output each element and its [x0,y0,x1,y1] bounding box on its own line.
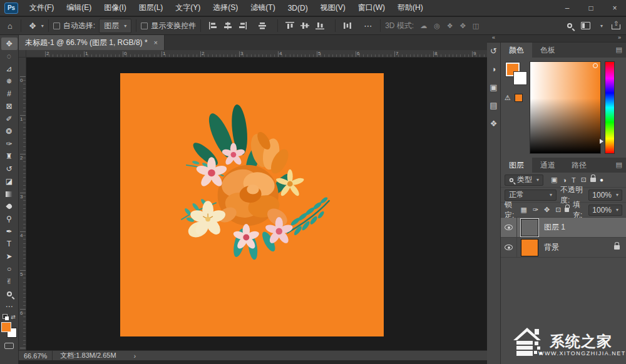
filter-toggle-icon[interactable]: ● [600,176,603,183]
clone-stamp-tool[interactable]: ♜ [1,150,18,163]
layer-name[interactable]: 图层 1 [544,222,565,233]
move-tool[interactable]: ✥ [1,38,18,50]
align-left-icon[interactable] [208,22,217,29]
3d-pan-icon[interactable]: ❖ [447,22,453,30]
menu-item[interactable]: 帮助(H) [391,0,429,16]
panel-menu-icon[interactable]: ▤ [616,161,622,169]
canvas-document[interactable] [120,73,384,336]
align-right-icon[interactable] [239,22,247,29]
color-picker-ring[interactable] [593,63,598,68]
distribute-h-icon[interactable] [258,22,267,29]
horizontal-ruler[interactable]: 210123456789 [26,50,487,58]
share-icon[interactable] [612,23,620,29]
tab-layers[interactable]: 图层 [501,158,532,173]
hue-slider[interactable] [605,61,615,154]
zoom-level-field[interactable]: 66.67% [19,352,52,360]
menu-item[interactable]: 3D(D) [282,0,314,16]
swap-colors-icon[interactable]: ⇄ [11,314,16,320]
gradient-tool[interactable] [1,188,18,200]
3d-camera-icon[interactable]: ◫ [473,22,479,30]
type-tool[interactable]: T [1,238,18,250]
menu-item[interactable]: 窗口(W) [352,0,391,16]
canvas-viewport[interactable] [26,58,487,350]
minimize-button[interactable]: – [561,4,573,13]
eraser-tool[interactable]: ◪ [1,175,18,188]
marquee-tool[interactable]: ◌ [1,50,18,63]
tab-paths[interactable]: 路径 [563,158,595,173]
filter-pixel-icon[interactable]: ▣ [551,176,557,184]
collapse-panels-icon[interactable]: » [618,34,621,41]
vertical-ruler[interactable]: 01234567 [19,58,26,350]
lock-transparency-icon[interactable]: ▦ [520,206,526,214]
gamut-warning-swatch[interactable] [515,94,523,102]
opacity-field[interactable]: 100% ▾ [588,190,622,201]
adjustments-panel-icon[interactable]: ◑ [491,64,496,74]
share-panel-icon[interactable]: ❖ [490,119,498,128]
healing-brush-tool[interactable]: ❂ [1,125,18,138]
pen-tool[interactable]: ✒ [1,225,18,238]
tab-color[interactable]: 颜色 [501,43,532,58]
lock-pixels-icon[interactable]: ✑ [533,206,538,214]
filter-smart-object-icon[interactable] [590,178,596,182]
maximize-button[interactable]: □ [585,4,597,13]
history-brush-tool[interactable]: ↺ [1,163,18,175]
menu-item[interactable]: 编辑(E) [60,0,98,16]
expand-panels-icon[interactable]: « [492,34,495,41]
close-button[interactable]: × [608,4,621,13]
history-panel-icon[interactable]: ↺ [490,46,497,56]
layer-name[interactable]: 背景 [544,242,559,253]
zoom-tool[interactable] [1,288,18,300]
align-middle-icon[interactable] [300,22,309,29]
shape-tool[interactable]: ○ [1,263,18,275]
filter-shape-icon[interactable]: ⊡ [581,176,587,184]
menu-item[interactable]: 视图(V) [314,0,352,16]
workspace-icon[interactable] [581,22,590,29]
dodge-tool[interactable]: ⚲ [1,213,18,225]
visibility-eye-icon[interactable] [505,245,513,250]
frame-tool[interactable]: ⊠ [1,100,18,113]
crop-tool[interactable]: # [1,88,18,100]
align-top-icon[interactable] [285,22,294,29]
chevron-down-icon[interactable]: ▾ [600,23,603,29]
status-chevron-icon[interactable]: › [134,352,136,360]
move-tool-preset-icon[interactable]: ✥ [26,21,40,31]
3d-roll-icon[interactable]: ◎ [434,22,440,30]
tab-swatches[interactable]: 色板 [532,43,563,58]
more-options-icon[interactable]: ⋯ [360,21,376,31]
layer-row-layer1[interactable]: 图层 1 [501,218,626,238]
fill-field[interactable]: 100% ▾ [588,205,622,216]
visibility-eye-icon[interactable] [505,225,513,230]
hue-slider-arrow[interactable] [600,139,603,144]
show-transform-checkbox[interactable] [141,23,148,29]
quick-mask-icon[interactable] [4,343,14,349]
distribute-v-icon[interactable] [343,22,352,29]
menu-item[interactable]: 选择(S) [207,0,244,16]
toolbar-more-button[interactable]: ⋯ [1,300,18,313]
document-tab[interactable]: 未标题-1 @ 66.7% (图层 1, RGB/8) * × [19,35,165,50]
3d-orbit-icon[interactable]: ☁ [420,22,427,30]
menu-item[interactable]: 图像(I) [98,0,132,16]
chevron-down-icon[interactable]: ▾ [41,23,44,29]
lock-artboard-icon[interactable]: ⊡ [555,206,561,214]
layer-thumbnail[interactable] [521,219,538,236]
gamut-warning-icon[interactable]: ⚠ [505,94,511,102]
tab-channels[interactable]: 通道 [532,158,563,173]
properties-panel-icon[interactable]: ▤ [490,101,497,110]
hand-tool[interactable]: ✌ [1,275,18,288]
lock-position-icon[interactable]: ✥ [544,206,550,214]
menu-item[interactable]: 文字(Y) [169,0,207,16]
auto-select-dropdown[interactable]: 图层 ▾ [99,19,131,33]
lasso-tool[interactable]: ⊿ [1,63,18,75]
lock-all-icon[interactable] [565,208,568,212]
menu-item[interactable]: 文件(F) [23,0,60,16]
brush-tool[interactable]: ✑ [1,138,18,150]
eyedropper-tool[interactable]: ✐ [1,113,18,125]
search-icon[interactable] [567,23,572,28]
menu-item[interactable]: 滤镜(T) [244,0,281,16]
home-icon[interactable]: ⌂ [4,21,16,31]
path-select-tool[interactable]: ➤ [1,250,18,263]
menu-item[interactable]: 图层(L) [133,0,170,16]
default-colors-icon[interactable] [3,314,9,320]
align-bottom-icon[interactable] [316,22,324,29]
tab-close-icon[interactable]: × [154,39,158,46]
